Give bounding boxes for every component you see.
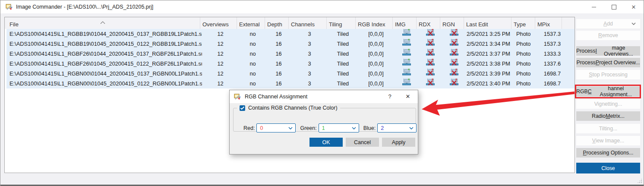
cell-type: Photo	[513, 69, 537, 79]
blue-channel-select[interactable]: 2	[377, 123, 417, 132]
cell-overviews: 12	[202, 69, 239, 79]
network-computer-x-icon	[450, 49, 458, 59]
column-header-channels[interactable]: Channels	[289, 17, 327, 29]
cell-depth: 16	[267, 79, 290, 88]
help-button[interactable]: ?	[383, 90, 396, 103]
network-computer-x-icon	[426, 29, 435, 39]
cell-type: Photo	[513, 79, 537, 88]
cell-depth: 16	[267, 49, 290, 59]
cell-depth: 16	[267, 29, 290, 39]
process-image-overviews-button[interactable]: Process Image Overviews...	[576, 46, 640, 56]
table-row[interactable]: E:\ADS100\041415\L1_RGBN00\01044_2020041…	[6, 69, 575, 79]
column-header-img[interactable]: IMG	[393, 17, 417, 29]
cell-mpix: 1333.3	[537, 49, 564, 59]
tilting-button: Tilting...	[576, 124, 640, 133]
process-project-overview-button[interactable]: Process Project Overview...	[576, 58, 640, 67]
column-header-type[interactable]: Type	[511, 17, 535, 29]
app-icon	[234, 93, 241, 100]
cell-rdx	[418, 79, 442, 88]
channel-combo-row: Red:0Green:1Blue:2	[243, 123, 421, 132]
cell-mpix: 1537.3	[537, 29, 564, 39]
cell-channels: 3	[290, 69, 328, 79]
column-header-label: MPix	[537, 21, 550, 28]
column-header-label: RDX	[419, 21, 430, 28]
column-header-external[interactable]: External	[237, 17, 265, 29]
column-header-depth[interactable]: Depth	[265, 17, 289, 29]
network-computer-x-icon	[450, 69, 458, 79]
cell-type: Photo	[513, 29, 537, 39]
cell-rgn	[442, 29, 466, 39]
groupbox-label: Contains RGB Channels (True Color)	[248, 105, 338, 111]
table-row[interactable]: E:\ADS100\041415\L1_RGBB19\01044_2020041…	[6, 29, 575, 39]
column-header-rgn[interactable]: RGN	[440, 17, 464, 29]
cell-overviews: 12	[202, 49, 239, 59]
column-header-label: External	[239, 21, 260, 28]
table-row[interactable]: E:\ADS100\041415\L1_RGBF26\01045_2020041…	[6, 59, 575, 69]
dialog-close-button[interactable]: ✕	[401, 90, 414, 103]
network-computer-ok-icon	[402, 39, 411, 49]
column-header-label: Channels	[291, 21, 315, 28]
cell-rdx	[418, 69, 442, 79]
cell-file: E:\ADS100\041415\L1_RGBN00\01044_2020041…	[6, 69, 202, 79]
cell-type: Photo	[513, 39, 537, 49]
cell-rgb_index: [0,0,0]	[357, 59, 395, 69]
stop-processing-button: Stop Processing	[576, 70, 640, 79]
processing-options-button[interactable]: Processing Options...	[576, 148, 640, 158]
column-header-rdx[interactable]: RDX	[417, 17, 440, 29]
blue-channel-value: 2	[378, 125, 384, 131]
table-header: FileOverviewsExternalDepthChannelsTiling…	[5, 17, 575, 29]
chevron-down-icon	[352, 127, 356, 129]
red-channel-select[interactable]: 0	[256, 123, 296, 132]
cell-rgb_index: [0,0,0]	[357, 29, 395, 39]
column-header-tiling[interactable]: Tiling	[327, 17, 356, 29]
close-button[interactable]: Close	[576, 163, 640, 173]
table-row[interactable]: E:\ADS100\041415\L1_RGBB19\01045_2020041…	[6, 39, 575, 49]
cell-tiling: Tiled	[328, 59, 357, 69]
column-header-label: File	[9, 21, 19, 28]
network-computer-x-icon	[426, 49, 435, 59]
apply-button[interactable]: Apply	[382, 138, 415, 147]
network-computer-x-icon	[450, 29, 458, 39]
add-button: Add	[576, 19, 640, 28]
cell-rgn	[442, 39, 466, 49]
table-row[interactable]: E:\ADS100\041415\L1_RGBN00\01045_2020041…	[6, 79, 575, 88]
column-header-mpix[interactable]: MPix	[535, 17, 562, 29]
chevron-down-icon	[409, 127, 414, 129]
remove-button: Remove	[576, 31, 640, 40]
network-computer-x-icon	[426, 69, 435, 79]
cell-last_edit: 2/5/2021 3:25 PM	[466, 29, 513, 39]
ok-button[interactable]: OK	[309, 138, 343, 147]
cell-file: E:\ADS100\041415\L1_RGBF26\01044_2020041…	[6, 49, 202, 59]
cell-depth: 16	[267, 59, 290, 69]
window-title: Image Commander - [E:\ADS100\...\Prj_ADS…	[16, 4, 153, 10]
title-bar[interactable]: Image Commander - [E:\ADS100\...\Prj_ADS…	[0, 0, 644, 13]
table-row[interactable]: E:\ADS100\041415\L1_RGBF26\01044_2020041…	[6, 49, 575, 59]
cell-type: Photo	[513, 59, 537, 69]
red-channel-value: 0	[257, 125, 263, 131]
cell-external: no	[239, 69, 267, 79]
radiometrix-button[interactable]: RadioMetrix...	[576, 111, 640, 121]
rgb-channel-assignment-dialog: RGB Channel Assignment ? ✕ Contains RGB …	[229, 90, 418, 154]
column-header-last_edit[interactable]: Last Edit	[464, 17, 511, 29]
cell-external: no	[239, 39, 267, 49]
table-body: E:\ADS100\041415\L1_RGBB19\01044_2020041…	[5, 29, 575, 88]
contains-rgb-checkbox[interactable]	[240, 105, 245, 111]
green-channel-select[interactable]: 1	[319, 123, 359, 132]
cell-overviews: 12	[202, 79, 239, 88]
green-channel-value: 1	[319, 125, 325, 131]
cell-rgn	[442, 49, 466, 59]
rgb-channel-assignment-button[interactable]: RGB Channel Assignment...	[576, 86, 640, 97]
column-header-label: IMG	[395, 21, 406, 28]
cell-overviews: 12	[202, 59, 239, 69]
cell-rgb_index: [0,0,0]	[357, 49, 395, 59]
dialog-title-bar[interactable]: RGB Channel Assignment ? ✕	[230, 90, 418, 103]
cell-last_edit: 2/5/2021 3:40 PM	[466, 79, 513, 88]
cell-overviews: 12	[202, 29, 239, 39]
rgb-channels-groupbox: Contains RGB Channels (True Color) Red:0…	[233, 108, 416, 132]
cell-rdx	[418, 29, 442, 39]
column-header-rgb_index[interactable]: RGB Index	[356, 17, 393, 29]
cancel-button[interactable]: Cancel	[346, 138, 379, 147]
cell-channels: 3	[290, 59, 328, 69]
network-computer-x-icon	[426, 79, 435, 88]
column-header-overviews[interactable]: Overviews	[200, 17, 237, 29]
